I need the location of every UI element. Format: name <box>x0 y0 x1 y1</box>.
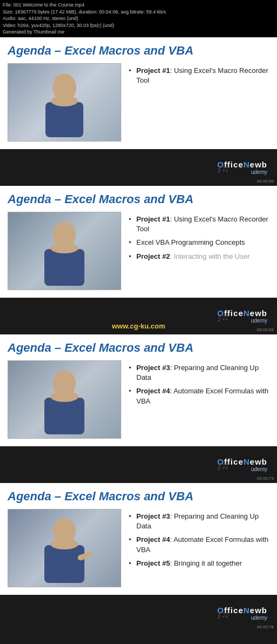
svg-rect-4 <box>44 249 84 286</box>
file-info-line5: Generated by Thumbnail me <box>3 29 274 36</box>
bullet-2-3: Project #2: Interacting with the User <box>129 252 269 261</box>
person-image-1 <box>8 64 121 141</box>
transition-bar-3: ♪♫ OfficeNewb udemy 00:00:73 <box>0 446 277 483</box>
file-info-bar: File: 001 Welcome to the Course.mp4 Size… <box>0 0 277 37</box>
slide-bullets-4: Project #3: Preparing and Cleaning Up Da… <box>129 509 269 572</box>
transition-bar-1: ♪♫ OfficeNewb udemy 00:00:59 <box>0 149 277 186</box>
svg-point-11 <box>50 539 78 549</box>
transition-bar-4: ♪♫ OfficeNewb udemy 00:00:78 <box>0 595 277 632</box>
music-notes-1: ♪♫ <box>215 163 229 176</box>
slide-title-1: Agenda – Excel Macros and VBA <box>8 44 269 58</box>
watermark-text: www.cg-ku.com <box>112 322 165 330</box>
transition-bar-2: ♪♫ www.cg-ku.com OfficeNewb udemy 00:00:… <box>0 298 277 334</box>
bullet-3-1: Project #3: Preparing and Cleaning Up Da… <box>129 363 269 383</box>
bullet-2-1: Project #1: Using Excel's Macro Recorder… <box>129 214 269 234</box>
bullet-4-1: Project #3: Preparing and Cleaning Up Da… <box>129 512 269 531</box>
slide-section-1: Agenda – Excel Macros and VBA Project #1… <box>0 37 277 149</box>
person-image-3 <box>8 361 121 438</box>
music-notes-2: ♪♫ <box>215 311 229 325</box>
timecode-4: 00:00:78 <box>257 625 274 629</box>
slide-bullets-1: Project #1: Using Excel's Macro Recorder… <box>129 63 269 89</box>
slide-section-2: Agenda – Excel Macros and VBA Project #1… <box>0 186 277 298</box>
slide-title-3: Agenda – Excel Macros and VBA <box>8 341 269 355</box>
timecode-1: 00:00:59 <box>257 179 274 184</box>
svg-rect-1 <box>45 102 83 137</box>
timecode-2: 00:00:59 <box>257 327 274 332</box>
bullet-3-2: Project #4: Automate Excel Formulas with… <box>129 386 269 406</box>
person-image-2 <box>8 212 121 290</box>
slide-content-1: Project #1: Using Excel's Macro Recorder… <box>8 63 269 142</box>
slide-title-2: Agenda – Excel Macros and VBA <box>8 192 269 206</box>
slide-title-4: Agenda – Excel Macros and VBA <box>8 489 269 504</box>
slide-content-3: Project #3: Preparing and Cleaning Up Da… <box>8 360 269 439</box>
file-info-line2: Size: 18367779 bytes (17.42 MiB), durati… <box>3 9 274 16</box>
slide-image-4 <box>8 509 121 587</box>
svg-point-8 <box>50 391 78 402</box>
svg-point-2 <box>51 96 78 106</box>
file-info-line3: Audio: aac, 44100 Hz, stereo (und) <box>3 15 274 22</box>
slide-image-2 <box>8 212 121 290</box>
file-info-line4: Video: h264, yuv420p, 1280x720, 30.03 fp… <box>3 22 274 29</box>
svg-rect-10 <box>44 545 84 583</box>
slide-image-3 <box>8 360 121 439</box>
slide-bullets-2: Project #1: Using Excel's Macro Recorder… <box>129 212 269 265</box>
slide-section-3: Agenda – Excel Macros and VBA Project #3… <box>0 334 277 446</box>
svg-point-5 <box>50 243 78 253</box>
slide-bullets-3: Project #3: Preparing and Cleaning Up Da… <box>129 360 269 410</box>
slide-content-2: Project #1: Using Excel's Macro Recorder… <box>8 212 269 290</box>
file-info-line1: File: 001 Welcome to the Course.mp4 <box>3 2 274 9</box>
music-notes-4: ♪♫ <box>215 608 229 622</box>
bullet-4-2: Project #4: Automate Excel Formulas with… <box>129 535 269 554</box>
bullet-2-2: Excel VBA Programming Concepts <box>129 238 269 247</box>
timecode-3: 00:00:73 <box>257 476 274 481</box>
person-image-4 <box>8 509 121 587</box>
bullet-1-1: Project #1: Using Excel's Macro Recorder… <box>129 66 269 85</box>
slide-section-4: Agenda – Excel Macros and VBA Project #3… <box>0 483 277 595</box>
music-notes-3: ♪♫ <box>215 460 229 473</box>
slide-content-4: Project #3: Preparing and Cleaning Up Da… <box>8 509 269 587</box>
slide-image-1 <box>8 63 121 142</box>
svg-rect-7 <box>44 398 84 434</box>
bullet-4-3: Project #5: Bringing it all together <box>129 559 269 568</box>
